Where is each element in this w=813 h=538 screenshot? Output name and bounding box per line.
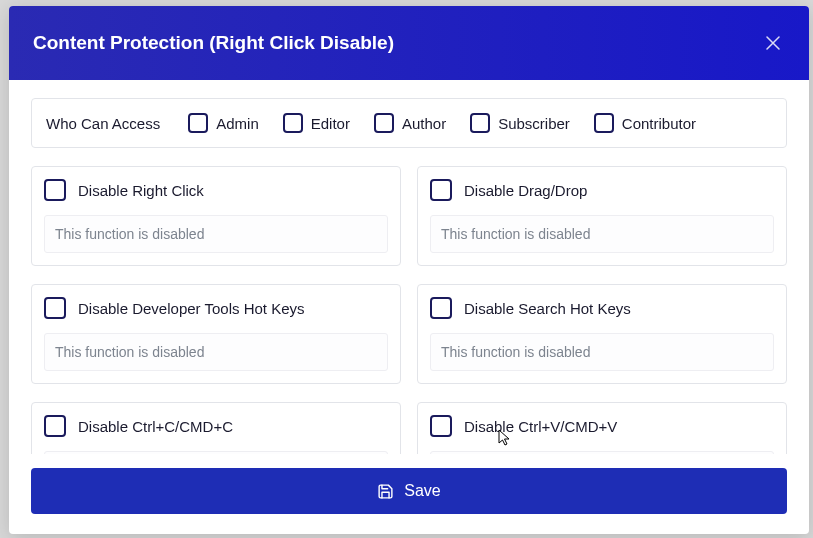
option-desc: This function is disabled <box>44 333 388 371</box>
role-label: Admin <box>216 115 259 132</box>
option-toggle[interactable]: Disable Developer Tools Hot Keys <box>32 285 400 333</box>
option-toggle[interactable]: Disable Drag/Drop <box>418 167 786 215</box>
option-desc: This function is disabled <box>44 215 388 253</box>
role-label: Contributor <box>622 115 696 132</box>
checkbox-icon <box>44 297 66 319</box>
save-button[interactable]: Save <box>31 468 787 514</box>
modal-body: Who Can Access Admin Editor Author Subsc… <box>9 80 809 454</box>
option-desc: This function is disabled <box>430 215 774 253</box>
checkbox-icon <box>283 113 303 133</box>
option-toggle[interactable]: Disable Right Click <box>32 167 400 215</box>
role-author[interactable]: Author <box>374 113 446 133</box>
checkbox-icon <box>430 297 452 319</box>
option-label: Disable Right Click <box>78 182 204 199</box>
options-grid: Disable Right Click This function is dis… <box>31 166 787 454</box>
option-label: Disable Ctrl+V/CMD+V <box>464 418 617 435</box>
option-disable-copy: Disable Ctrl+C/CMD+C This function is di… <box>31 402 401 454</box>
checkbox-icon <box>374 113 394 133</box>
save-label: Save <box>404 482 440 500</box>
close-icon <box>766 32 780 55</box>
option-label: Disable Developer Tools Hot Keys <box>78 300 305 317</box>
option-toggle[interactable]: Disable Search Hot Keys <box>418 285 786 333</box>
checkbox-icon <box>470 113 490 133</box>
close-button[interactable] <box>761 31 785 55</box>
checkbox-icon <box>594 113 614 133</box>
role-label: Author <box>402 115 446 132</box>
option-label: Disable Ctrl+C/CMD+C <box>78 418 233 435</box>
option-label: Disable Drag/Drop <box>464 182 587 199</box>
option-desc: This function is disabled <box>430 333 774 371</box>
save-icon <box>377 483 394 500</box>
modal-dialog: Content Protection (Right Click Disable)… <box>9 6 809 534</box>
access-row: Who Can Access Admin Editor Author Subsc… <box>31 98 787 148</box>
role-label: Subscriber <box>498 115 570 132</box>
option-disable-search-hotkeys: Disable Search Hot Keys This function is… <box>417 284 787 384</box>
option-label: Disable Search Hot Keys <box>464 300 631 317</box>
checkbox-icon <box>430 415 452 437</box>
checkbox-icon <box>430 179 452 201</box>
option-disable-drag-drop: Disable Drag/Drop This function is disab… <box>417 166 787 266</box>
checkbox-icon <box>44 179 66 201</box>
save-bar: Save <box>9 454 809 534</box>
role-admin[interactable]: Admin <box>188 113 259 133</box>
role-editor[interactable]: Editor <box>283 113 350 133</box>
option-toggle[interactable]: Disable Ctrl+C/CMD+C <box>32 403 400 451</box>
option-disable-right-click: Disable Right Click This function is dis… <box>31 166 401 266</box>
modal-title: Content Protection (Right Click Disable) <box>33 32 394 54</box>
role-label: Editor <box>311 115 350 132</box>
option-toggle[interactable]: Disable Ctrl+V/CMD+V <box>418 403 786 451</box>
option-disable-devtools: Disable Developer Tools Hot Keys This fu… <box>31 284 401 384</box>
modal-header: Content Protection (Right Click Disable) <box>9 6 809 80</box>
option-disable-paste: Disable Ctrl+V/CMD+V This function is di… <box>417 402 787 454</box>
checkbox-icon <box>188 113 208 133</box>
access-label: Who Can Access <box>46 115 160 132</box>
checkbox-icon <box>44 415 66 437</box>
role-contributor[interactable]: Contributor <box>594 113 696 133</box>
role-subscriber[interactable]: Subscriber <box>470 113 570 133</box>
